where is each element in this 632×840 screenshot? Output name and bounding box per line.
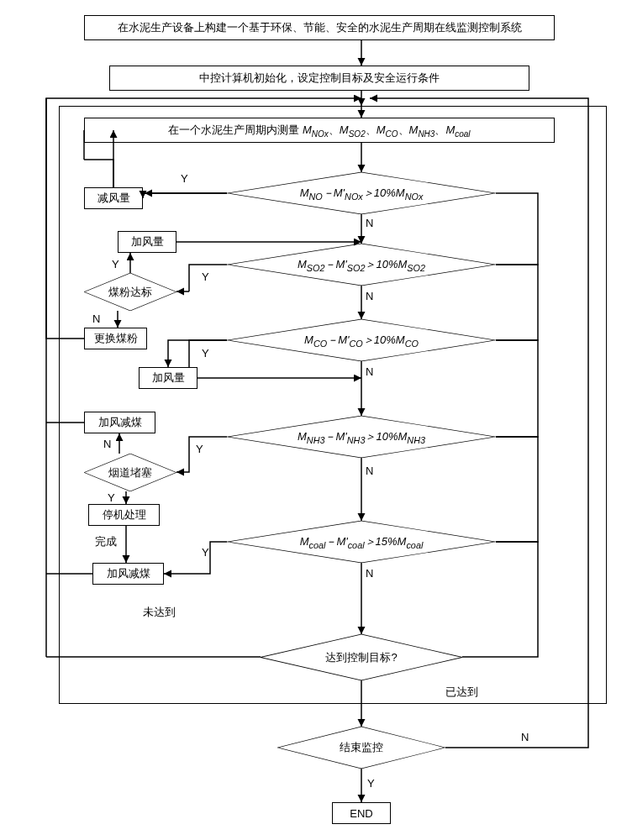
box-build-system: 在水泥生产设备上构建一个基于环保、节能、安全的水泥生产周期在线监测控制系统	[84, 15, 555, 40]
box-end: END	[332, 802, 391, 824]
label-y-co: Y	[202, 347, 209, 360]
decision-nh3: MNH3－M'NH3＞10%MNH3	[227, 416, 496, 458]
label-y1: Y	[181, 172, 188, 185]
box-stop-process: 停机处理	[88, 504, 160, 526]
label-y-nh3: Y	[196, 443, 203, 455]
box-add-air-reduce-coal-1: 加风减煤	[84, 412, 155, 433]
text: 在水泥生产设备上构建一个基于环保、节能、安全的水泥生产周期在线监测控制系统	[118, 20, 522, 35]
label-y-coalstd: Y	[112, 258, 119, 270]
label-done: 完成	[95, 534, 117, 549]
label-y-endmon: Y	[367, 777, 375, 790]
text: MSO2－M'SO2＞10%MSO2	[298, 257, 425, 273]
label-n1: N	[366, 217, 373, 229]
text: 烟道堵塞	[108, 465, 152, 480]
text: 加风减煤	[107, 566, 150, 581]
text: Mcoal－M'coal＞15%Mcoal	[300, 534, 424, 550]
label-n-endmon: N	[521, 731, 529, 743]
label-n-coalstd: N	[92, 312, 100, 325]
text: 达到控制目标?	[325, 650, 397, 665]
text: 加风量	[152, 370, 185, 386]
label-y-coal: Y	[202, 546, 209, 559]
text: 结束监控	[340, 740, 383, 755]
decision-nox: MNO－M'NOx＞10%MNOx	[227, 172, 496, 214]
box-add-air-1: 加风量	[118, 231, 176, 253]
label-n-coal: N	[366, 567, 373, 580]
decision-co: MCO－M'CO＞10%MCO	[227, 319, 496, 361]
box-add-air-2: 加风量	[139, 367, 198, 389]
text: 加风量	[131, 234, 164, 249]
text: END	[350, 807, 372, 820]
label-n-flue: N	[103, 438, 111, 450]
text: MNO－M'NOx＞10%MNOx	[300, 186, 424, 202]
box-reduce-air: 减风量	[84, 187, 143, 209]
text: MNH3－M'NH3＞10%MNH3	[298, 429, 425, 445]
label-y-flue: Y	[108, 491, 115, 504]
text: 停机处理	[103, 507, 146, 522]
box-init: 中控计算机初始化，设定控制目标及安全运行条件	[109, 66, 529, 91]
decision-target: 达到控制目标?	[261, 634, 462, 680]
text: 减风量	[97, 191, 130, 206]
text: 加风减煤	[98, 415, 142, 430]
text: 煤粉达标	[108, 285, 152, 300]
label-reached: 已达到	[445, 685, 478, 700]
text: 更换煤粉	[94, 331, 138, 346]
label-n-nh3: N	[366, 465, 373, 477]
text: MCO－M'CO＞10%MCO	[304, 333, 419, 349]
label-n-so2: N	[366, 290, 373, 302]
label-n-co: N	[366, 365, 373, 378]
decision-flue-blocked: 烟道堵塞	[84, 454, 176, 491]
label-not-reached: 未达到	[143, 605, 176, 620]
decision-end-monitor: 结束监控	[277, 727, 445, 769]
decision-coal-standard: 煤粉达标	[84, 273, 176, 311]
decision-so2: MSO2－M'SO2＞10%MSO2	[227, 244, 496, 286]
box-change-coal: 更换煤粉	[84, 328, 147, 349]
label-y-so2: Y	[202, 270, 209, 283]
box-measure: 在一个水泥生产周期内测量 MNOx、MSO2、MCO、MNH3、Mcoal	[84, 118, 555, 143]
prefix: 在一个水泥生产周期内测量	[168, 123, 303, 136]
box-add-air-reduce-coal-2: 加风减煤	[92, 563, 164, 585]
decision-coal: Mcoal－M'coal＞15%Mcoal	[227, 521, 496, 563]
text: 在一个水泥生产周期内测量 MNOx、MSO2、MCO、MNH3、Mcoal	[168, 123, 470, 139]
text: 中控计算机初始化，设定控制目标及安全运行条件	[199, 71, 440, 86]
